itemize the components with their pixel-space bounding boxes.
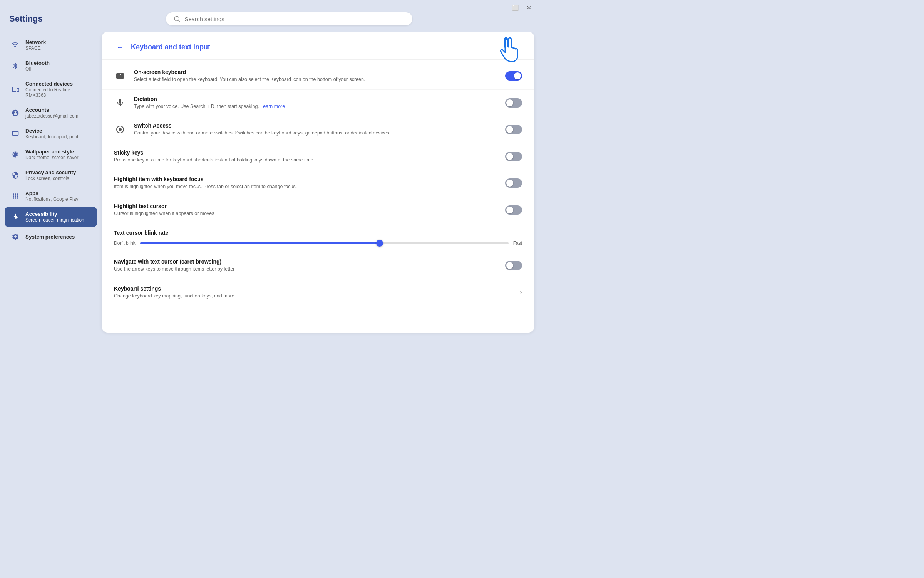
settings-item-desc-sticky-keys: Press one key at a time for keyboard sho… (114, 157, 497, 164)
accounts-icon (11, 108, 20, 118)
settings-item-highlight-keyboard-focus[interactable]: Highlight item with keyboard focus Item … (102, 170, 534, 197)
main-content: ← Keyboard and text input On-screen keyb… (102, 32, 534, 333)
sidebar-item-accounts[interactable]: Accounts jabeztadesse@gmail.com (5, 102, 97, 123)
settings-item-desc-highlight-text-cursor: Cursor is highlighted when it appears or… (114, 210, 497, 217)
sidebar-item-apps[interactable]: Apps Notifications, Google Play (5, 186, 97, 207)
sidebar-item-wallpaper[interactable]: Wallpaper and style Dark theme, screen s… (5, 144, 97, 165)
app-title: Settings (9, 14, 43, 24)
sidebar-item-accessibility[interactable]: Accessibility Screen reader, magnificati… (5, 207, 97, 227)
settings-item-desc-dictation: Type with your voice. Use Search + D, th… (134, 103, 497, 110)
sidebar-item-subtitle-wallpaper: Dark theme, screen saver (25, 155, 91, 160)
sidebar-item-title-apps: Apps (25, 190, 91, 196)
settings-item-sticky-keys[interactable]: Sticky keys Press one key at a time for … (102, 143, 534, 170)
sidebar-item-subtitle-accessibility: Screen reader, magnification (25, 217, 91, 223)
cursor-hand-icon (491, 35, 522, 68)
sidebar-item-connected[interactable]: Connected devices Connected to Realme RM… (5, 76, 97, 102)
app-window: Settings Network SPACE Bluetooth Off Con… (0, 8, 539, 337)
settings-item-title-switch-access: Switch Access (134, 123, 497, 129)
accessibility-icon (11, 212, 20, 222)
sidebar-item-title-accounts: Accounts (25, 107, 91, 113)
settings-item-title-highlight-keyboard-focus: Highlight item with keyboard focus (114, 176, 497, 182)
sidebar-item-privacy[interactable]: Privacy and security Lock screen, contro… (5, 165, 97, 186)
sidebar-item-subtitle-connected: Connected to Realme RMX3363 (25, 87, 91, 98)
privacy-icon (11, 171, 20, 180)
device-icon (11, 129, 20, 138)
search-bar[interactable] (166, 12, 412, 25)
svg-line-1 (179, 20, 180, 21)
settings-item-caret-browsing[interactable]: Navigate with text cursor (caret browsin… (102, 252, 534, 279)
slider-right-label-blink-rate: Fast (513, 240, 522, 246)
sidebar-item-bluetooth[interactable]: Bluetooth Off (5, 55, 97, 76)
settings-item-title-dictation: Dictation (134, 96, 497, 102)
svg-point-3 (119, 128, 122, 131)
sidebar-item-subtitle-privacy: Lock screen, controls (25, 176, 91, 181)
settings-item-title-keyboard-settings: Keyboard settings (114, 286, 512, 292)
svg-point-0 (175, 16, 179, 21)
settings-item-desc-onscreen-keyboard: Select a text field to open the keyboard… (134, 76, 497, 83)
settings-item-switch-access[interactable]: Switch Access Control your device with o… (102, 116, 534, 143)
switch-access-icon (114, 123, 126, 136)
page-header: ← Keyboard and text input (102, 32, 534, 60)
settings-item-title-sticky-keys: Sticky keys (114, 150, 497, 156)
settings-item-title-onscreen-keyboard: On-screen keyboard (134, 69, 497, 75)
keyboard-icon (114, 70, 126, 82)
network-icon (11, 40, 20, 50)
settings-item-title-highlight-text-cursor: Highlight text cursor (114, 203, 497, 209)
sidebar: Network SPACE Bluetooth Off Connected de… (5, 32, 97, 333)
connected-icon (11, 85, 20, 94)
sidebar-item-title-wallpaper: Wallpaper and style (25, 149, 91, 155)
settings-item-keyboard-settings[interactable]: Keyboard settings Change keyboard key ma… (102, 279, 534, 306)
settings-item-desc-caret-browsing: Use the arrow keys to move through items… (114, 266, 497, 273)
sidebar-item-title-network: Network (25, 39, 91, 45)
slider-track-blink-rate[interactable] (140, 242, 509, 244)
app-body: Network SPACE Bluetooth Off Connected de… (0, 32, 539, 337)
slider-wrapper-blink-rate: Don't blink Fast (114, 240, 522, 246)
sidebar-item-title-system: System preferences (25, 234, 91, 240)
settings-item-blink-rate: Text cursor blink rate Don't blink Fast (102, 223, 534, 252)
sidebar-item-title-device: Device (25, 128, 91, 134)
page-title: Keyboard and text input (131, 43, 210, 51)
toggle-highlight-text-cursor[interactable] (505, 205, 522, 215)
sidebar-item-network[interactable]: Network SPACE (5, 35, 97, 55)
sidebar-item-title-bluetooth: Bluetooth (25, 60, 91, 66)
wallpaper-icon (11, 150, 20, 159)
settings-item-highlight-text-cursor[interactable]: Highlight text cursor Cursor is highligh… (102, 197, 534, 224)
apps-icon (11, 192, 20, 201)
toggle-switch-access[interactable] (505, 125, 522, 134)
toggle-onscreen-keyboard[interactable] (505, 71, 522, 81)
toggle-highlight-keyboard-focus[interactable] (505, 178, 522, 188)
sidebar-item-system[interactable]: System preferences (5, 227, 97, 246)
toggle-sticky-keys[interactable] (505, 152, 522, 161)
settings-item-desc-switch-access: Control your device with one or more swi… (134, 130, 497, 137)
sidebar-item-title-connected: Connected devices (25, 81, 91, 87)
sidebar-item-title-privacy: Privacy and security (25, 170, 91, 175)
settings-item-desc-keyboard-settings: Change keyboard key mapping, function ke… (114, 293, 512, 300)
search-icon (174, 15, 181, 22)
svg-point-2 (15, 214, 16, 215)
slider-title-blink-rate: Text cursor blink rate (114, 230, 522, 236)
toggle-caret-browsing[interactable] (505, 261, 522, 270)
settings-item-onscreen-keyboard[interactable]: On-screen keyboard Select a text field t… (102, 63, 534, 90)
slider-left-label-blink-rate: Don't blink (114, 240, 136, 246)
settings-item-title-caret-browsing: Navigate with text cursor (caret browsin… (114, 259, 497, 265)
search-input[interactable] (184, 16, 405, 22)
learn-more-link-dictation[interactable]: Learn more (260, 104, 285, 109)
system-icon (11, 232, 20, 241)
chevron-right-keyboard-settings: › (520, 288, 522, 296)
sidebar-item-title-accessibility: Accessibility (25, 211, 91, 217)
settings-item-desc-highlight-keyboard-focus: Item is highlighted when you move focus.… (114, 183, 497, 190)
sidebar-item-subtitle-accounts: jabeztadesse@gmail.com (25, 113, 91, 119)
sidebar-item-device[interactable]: Device Keyboard, touchpad, print (5, 123, 97, 144)
bluetooth-icon (11, 61, 20, 71)
sidebar-item-subtitle-network: SPACE (25, 45, 91, 51)
microphone-icon (114, 97, 126, 109)
app-header: Settings (0, 8, 539, 32)
sidebar-item-subtitle-device: Keyboard, touchpad, print (25, 134, 91, 139)
sidebar-item-subtitle-apps: Notifications, Google Play (25, 197, 91, 202)
toggle-dictation[interactable] (505, 98, 522, 108)
settings-item-dictation[interactable]: Dictation Type with your voice. Use Sear… (102, 90, 534, 117)
back-button[interactable]: ← (114, 41, 126, 53)
settings-list: On-screen keyboard Select a text field t… (102, 60, 534, 309)
sidebar-item-subtitle-bluetooth: Off (25, 66, 91, 72)
